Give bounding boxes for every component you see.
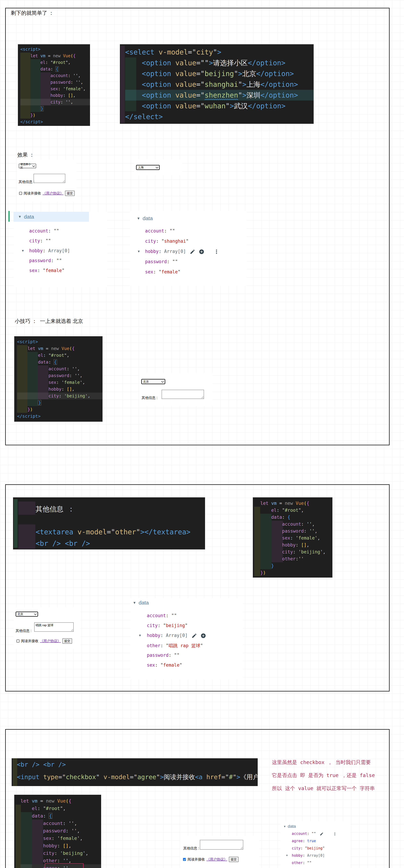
- devtools-property-row: city: "beijing": [280, 846, 350, 854]
- agree-label: 阅读并接收: [187, 857, 205, 862]
- code-line: <br /> <br />: [17, 758, 258, 771]
- resize-handle-icon[interactable]: [71, 629, 73, 631]
- property-key: account: [292, 832, 307, 836]
- textarea-value: 唱跳 rap 篮球: [36, 624, 53, 627]
- other-info-textarea[interactable]: [162, 390, 204, 399]
- property-key: sex: [29, 268, 37, 273]
- intro-heading: 剩下的就简单了 ：: [11, 9, 54, 17]
- tip-heading: 小技巧 ： 一上来就选着 北京: [15, 318, 83, 325]
- devtools-property-row: password: "": [130, 653, 243, 662]
- property-key: city: [292, 846, 300, 850]
- code-line: <button>提交</button>: [17, 783, 258, 786]
- code-line: }): [17, 406, 103, 413]
- agree-checkbox[interactable]: [183, 858, 186, 861]
- edit-pencil-icon[interactable]: [190, 249, 195, 254]
- devtools-property-row: account: "": [130, 228, 247, 239]
- rendered-form-panel: 上海: [134, 159, 182, 175]
- devtools-property-row: sex: "female": [13, 268, 107, 278]
- property-value: beijing: [307, 846, 323, 850]
- code-line: el: "#root",: [21, 805, 101, 812]
- city-select[interactable]: 北京: [141, 379, 165, 384]
- property-key: sex: [145, 269, 153, 275]
- code-line: hobby: [],: [260, 541, 333, 549]
- code-line: <option value="beijing">北京</option>: [125, 68, 314, 79]
- other-info-label: 其他信息 :: [16, 628, 31, 633]
- devtools-property-row: city: "beijing": [130, 623, 243, 633]
- collapse-arrow-icon[interactable]: ▼: [137, 216, 140, 220]
- resize-handle-icon[interactable]: [240, 847, 242, 849]
- chevron-down-icon: [34, 613, 37, 615]
- resize-handle-icon[interactable]: [62, 180, 65, 182]
- expand-arrow-icon[interactable]: ▼: [139, 633, 141, 637]
- code-line: <option value="">请选择小区</option>: [125, 58, 314, 68]
- vue-devtools-data-panel: ▼dataaccount: ""city: "shanghai"▼hobby: …: [130, 211, 247, 286]
- add-plus-icon[interactable]: [199, 249, 204, 254]
- code-line: account: '',: [20, 72, 90, 79]
- devtools-selection-indicator: [8, 211, 10, 222]
- edit-pencil-icon[interactable]: [320, 832, 323, 836]
- devtools-property-row: account: "": [13, 228, 107, 238]
- expand-arrow-icon[interactable]: ▼: [22, 249, 24, 252]
- code-line: el: "#root",: [17, 352, 103, 359]
- code-line: <option value="shenzhen">深圳</option>: [125, 90, 314, 100]
- submit-button[interactable]: 提交: [62, 638, 72, 644]
- code-line: let vm = new Vue({: [20, 53, 90, 59]
- more-options-icon[interactable]: [333, 832, 337, 836]
- devtools-data-title: data: [143, 215, 153, 221]
- user-agreement-link[interactable]: 《用户协议》: [206, 857, 227, 862]
- property-key: other: [147, 643, 161, 648]
- code-line: </script>: [20, 119, 90, 125]
- collapse-arrow-icon[interactable]: ▼: [133, 601, 136, 605]
- code-block-vue-data-agree: let vm = new Vue({ el: "#root", data: { …: [14, 795, 101, 868]
- city-select[interactable]: 北京: [16, 612, 38, 617]
- other-info-textarea[interactable]: [200, 840, 243, 849]
- agree-checkbox[interactable]: [17, 640, 20, 643]
- property-key: password: [29, 258, 51, 263]
- devtools-property-row: other: "": [280, 861, 350, 868]
- devtools-property-row: password: "": [13, 258, 107, 268]
- property-key: sex: [147, 662, 155, 668]
- rendered-form-panel: 北京 唱跳 rap 篮球 其他信息 : 阅读并接收 《用户协议》 提交: [13, 607, 81, 649]
- code-line: other:'': [260, 555, 333, 562]
- property-key: other: [292, 861, 303, 865]
- more-options-icon[interactable]: [214, 249, 219, 254]
- code-block-vue-data-other: let vm = new Vue({ el: "#root", data: { …: [253, 497, 333, 578]
- property-key: city: [29, 238, 40, 243]
- devtools-property-row: city: "": [13, 238, 107, 248]
- devtools-data-title: data: [139, 600, 149, 606]
- user-agreement-link[interactable]: 《用户协议》: [42, 191, 63, 196]
- devtools-property-row: ▼hobby: Array[0]: [13, 248, 107, 258]
- devtools-property-row: account: "": [130, 613, 243, 623]
- code-line: <input type="checkbox" v-model="agree">阅…: [17, 771, 258, 783]
- code-block-textarea: 其他信息 ： <textarea v-model="other"></texta…: [13, 497, 205, 550]
- submit-button[interactable]: 提交: [65, 191, 75, 196]
- other-info-label: 其他信息 :: [183, 846, 199, 850]
- devtools-property-row: sex: "female": [130, 662, 243, 672]
- code-line: city: 'beijing',: [21, 849, 101, 857]
- devtools-property-row: city: "shanghai": [130, 239, 247, 249]
- code-line: }): [20, 112, 90, 119]
- agree-checkbox[interactable]: [19, 192, 22, 195]
- note-line-2: 它是否点击 即 是否为 true ，还是 false: [272, 772, 375, 779]
- city-select[interactable]: 请选择小区: [19, 164, 36, 168]
- code-line: </select>: [125, 111, 314, 122]
- other-info-textarea[interactable]: [33, 174, 65, 183]
- code-line: account: '',: [17, 365, 103, 372]
- agree-label: 阅读并接收: [24, 191, 41, 196]
- add-plus-icon[interactable]: [201, 633, 206, 639]
- code-line: }): [260, 569, 333, 576]
- user-agreement-link[interactable]: 《用户协议》: [40, 639, 61, 643]
- edit-pencil-icon[interactable]: [192, 633, 197, 639]
- submit-button[interactable]: 提交: [229, 857, 238, 862]
- expand-arrow-icon[interactable]: ▼: [138, 249, 140, 253]
- collapse-arrow-icon[interactable]: ▼: [283, 825, 286, 828]
- other-info-textarea[interactable]: 唱跳 rap 篮球: [34, 622, 74, 632]
- code-line: </script>: [17, 413, 103, 420]
- devtools-data-title: data: [288, 824, 296, 829]
- property-key: account: [145, 228, 164, 234]
- expand-arrow-icon[interactable]: ▼: [286, 854, 288, 857]
- other-info-label: 其他信息 :: [142, 396, 157, 400]
- city-select[interactable]: 上海: [136, 165, 160, 170]
- property-key: password: [147, 653, 169, 658]
- resize-handle-icon[interactable]: [201, 396, 203, 398]
